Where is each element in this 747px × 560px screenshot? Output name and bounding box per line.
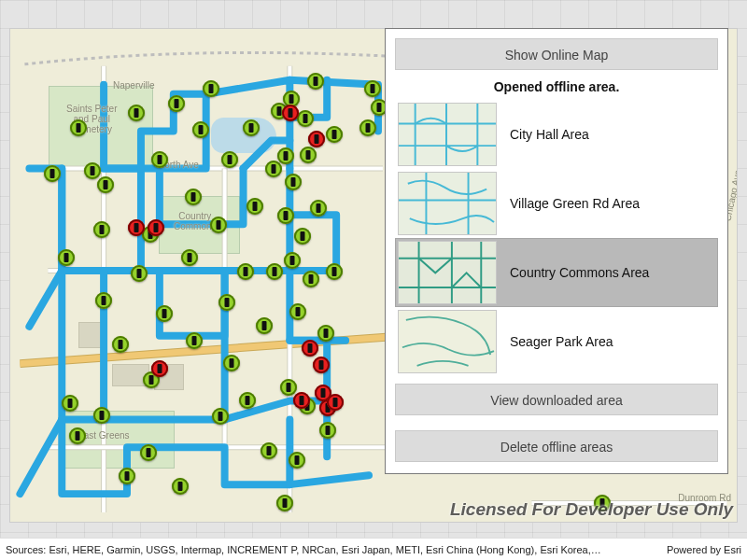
status-marker-green[interactable] [300, 147, 317, 163]
attribution-powered-by: Powered by Esri [667, 544, 741, 555]
status-marker-green[interactable] [93, 221, 110, 238]
status-marker-green[interactable] [277, 147, 294, 164]
status-marker-green[interactable] [294, 228, 311, 245]
status-marker-red[interactable] [151, 360, 168, 377]
area-thumbnail [398, 310, 497, 373]
status-marker-green[interactable] [128, 105, 145, 121]
status-marker-green[interactable] [62, 395, 78, 412]
show-online-map-button[interactable]: Show Online Map [395, 38, 718, 70]
status-marker-green[interactable] [44, 165, 61, 182]
status-marker-green[interactable] [247, 198, 263, 215]
status-marker-green[interactable] [303, 271, 319, 287]
status-marker-green[interactable] [237, 263, 254, 280]
status-marker-green[interactable] [185, 189, 202, 205]
area-label: Country Commons Area [510, 265, 649, 280]
area-item-country-commons[interactable]: Country Commons Area [395, 238, 718, 307]
status-marker-green[interactable] [156, 305, 173, 322]
panel-status-text: Opened offline area. [395, 79, 718, 94]
status-marker-green[interactable] [277, 207, 294, 224]
delete-offline-areas-button[interactable]: Delete offline areas [395, 430, 718, 462]
status-marker-green[interactable] [69, 427, 86, 444]
area-item-city-hall[interactable]: City Hall Area [395, 100, 718, 169]
status-marker-green[interactable] [307, 73, 324, 90]
status-marker-green[interactable] [285, 174, 302, 190]
status-marker-green[interactable] [151, 151, 168, 168]
offline-area-list: City Hall Area Village Green Rd Area Cou… [395, 100, 718, 376]
area-thumbnail [398, 172, 497, 235]
status-marker-red[interactable] [293, 392, 310, 409]
status-marker-green[interactable] [223, 355, 240, 371]
status-marker-green[interactable] [131, 265, 148, 282]
status-marker-green[interactable] [310, 200, 327, 217]
status-marker-red[interactable] [327, 394, 344, 411]
status-marker-green[interactable] [284, 252, 301, 269]
status-marker-green[interactable] [212, 408, 229, 425]
status-marker-green[interactable] [359, 119, 376, 136]
status-marker-green[interactable] [243, 119, 260, 136]
status-marker-green[interactable] [93, 407, 110, 424]
status-marker-green[interactable] [119, 468, 135, 484]
map-label-naperville: Naperville [113, 80, 154, 91]
status-marker-red[interactable] [313, 357, 330, 373]
status-marker-green[interactable] [261, 442, 277, 459]
status-marker-green[interactable] [266, 263, 283, 280]
status-marker-green[interactable] [192, 121, 209, 138]
status-marker-green[interactable] [58, 249, 75, 266]
status-marker-green[interactable] [97, 176, 114, 193]
status-marker-green[interactable] [70, 119, 87, 136]
area-label: Seager Park Area [510, 334, 613, 349]
attribution-bar: Sources: Esri, HERE, Garmin, USGS, Inter… [0, 538, 747, 560]
status-marker-red[interactable] [302, 340, 318, 357]
status-marker-red[interactable] [148, 219, 164, 236]
status-marker-green[interactable] [95, 292, 112, 309]
status-marker-green[interactable] [172, 478, 189, 495]
status-marker-green[interactable] [168, 95, 185, 112]
status-marker-green[interactable] [203, 80, 219, 97]
status-marker-red[interactable] [128, 219, 145, 236]
status-marker-green[interactable] [239, 392, 256, 409]
status-marker-green[interactable] [140, 444, 157, 461]
status-marker-green[interactable] [221, 151, 238, 168]
area-item-village-green[interactable]: Village Green Rd Area [395, 169, 718, 238]
area-thumbnail [398, 103, 497, 166]
area-item-seager-park[interactable]: Seager Park Area [395, 307, 718, 376]
status-marker-green[interactable] [276, 495, 293, 511]
area-label: City Hall Area [510, 127, 589, 142]
status-marker-green[interactable] [84, 162, 101, 179]
status-marker-green[interactable] [210, 217, 227, 233]
view-downloaded-area-button[interactable]: View downloaded area [395, 384, 718, 415]
status-marker-green[interactable] [112, 336, 129, 353]
area-label: Village Green Rd Area [510, 196, 640, 211]
status-marker-green[interactable] [326, 263, 343, 280]
status-marker-green[interactable] [289, 452, 305, 469]
attribution-sources: Sources: Esri, HERE, Garmin, USGS, Inter… [6, 544, 603, 555]
status-marker-green[interactable] [181, 249, 198, 266]
area-thumbnail [398, 241, 497, 304]
status-marker-green[interactable] [265, 161, 282, 177]
status-marker-green[interactable] [218, 294, 235, 311]
status-marker-green[interactable] [280, 379, 297, 396]
status-marker-green[interactable] [326, 126, 343, 143]
status-marker-red[interactable] [308, 131, 325, 147]
status-marker-red[interactable] [282, 105, 299, 121]
status-marker-green[interactable] [289, 303, 306, 320]
status-marker-green[interactable] [297, 110, 314, 127]
offline-areas-panel: Show Online Map Opened offline area. Cit… [385, 28, 728, 474]
status-marker-green[interactable] [256, 317, 273, 334]
developer-watermark: Licensed For Developer Use Only [450, 499, 733, 520]
status-marker-green[interactable] [317, 325, 334, 342]
status-marker-green[interactable] [319, 422, 336, 439]
status-marker-green[interactable] [364, 80, 381, 97]
status-marker-green[interactable] [186, 332, 203, 349]
